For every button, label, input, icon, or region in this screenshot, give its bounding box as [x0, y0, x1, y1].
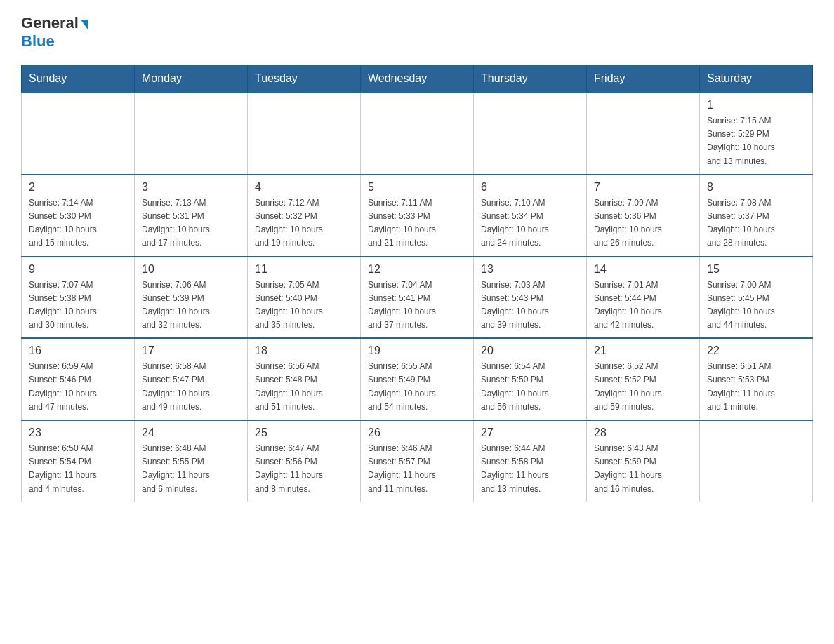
- calendar-cell: 4Sunrise: 7:12 AMSunset: 5:32 PMDaylight…: [248, 175, 361, 257]
- day-number: 12: [368, 263, 466, 276]
- calendar-cell: 7Sunrise: 7:09 AMSunset: 5:36 PMDaylight…: [587, 175, 700, 257]
- day-info: Sunrise: 7:10 AMSunset: 5:34 PMDaylight:…: [481, 196, 579, 250]
- day-info: Sunrise: 7:04 AMSunset: 5:41 PMDaylight:…: [368, 279, 466, 333]
- day-number: 23: [29, 427, 127, 439]
- day-info: Sunrise: 7:00 AMSunset: 5:45 PMDaylight:…: [707, 279, 805, 333]
- day-info: Sunrise: 6:46 AMSunset: 5:57 PMDaylight:…: [368, 442, 466, 496]
- day-info: Sunrise: 6:59 AMSunset: 5:46 PMDaylight:…: [29, 360, 127, 414]
- day-number: 8: [707, 181, 805, 194]
- day-number: 7: [594, 181, 692, 194]
- day-number: 13: [481, 263, 579, 276]
- day-info: Sunrise: 6:51 AMSunset: 5:53 PMDaylight:…: [707, 360, 805, 414]
- day-info: Sunrise: 6:58 AMSunset: 5:47 PMDaylight:…: [142, 360, 240, 414]
- day-of-week-header: Wednesday: [361, 65, 474, 93]
- day-info: Sunrise: 7:07 AMSunset: 5:38 PMDaylight:…: [29, 279, 127, 333]
- day-of-week-header: Monday: [135, 65, 248, 93]
- calendar-cell: 5Sunrise: 7:11 AMSunset: 5:33 PMDaylight…: [361, 175, 474, 257]
- day-info: Sunrise: 6:43 AMSunset: 5:59 PMDaylight:…: [594, 442, 692, 496]
- calendar-cell: 12Sunrise: 7:04 AMSunset: 5:41 PMDayligh…: [361, 257, 474, 339]
- calendar-cell: 16Sunrise: 6:59 AMSunset: 5:46 PMDayligh…: [22, 338, 135, 420]
- day-info: Sunrise: 7:01 AMSunset: 5:44 PMDaylight:…: [594, 279, 692, 333]
- calendar-cell: 14Sunrise: 7:01 AMSunset: 5:44 PMDayligh…: [587, 257, 700, 339]
- calendar-cell: 9Sunrise: 7:07 AMSunset: 5:38 PMDaylight…: [22, 257, 135, 339]
- calendar-cell: 22Sunrise: 6:51 AMSunset: 5:53 PMDayligh…: [700, 338, 813, 420]
- day-number: 15: [707, 263, 805, 276]
- day-info: Sunrise: 6:47 AMSunset: 5:56 PMDaylight:…: [255, 442, 353, 496]
- calendar-cell: 25Sunrise: 6:47 AMSunset: 5:56 PMDayligh…: [248, 420, 361, 502]
- day-info: Sunrise: 6:48 AMSunset: 5:55 PMDaylight:…: [142, 442, 240, 496]
- calendar-cell: [248, 93, 361, 175]
- day-info: Sunrise: 7:13 AMSunset: 5:31 PMDaylight:…: [142, 196, 240, 250]
- calendar-cell: 20Sunrise: 6:54 AMSunset: 5:50 PMDayligh…: [474, 338, 587, 420]
- day-number: 25: [255, 427, 353, 439]
- day-info: Sunrise: 7:12 AMSunset: 5:32 PMDaylight:…: [255, 196, 353, 250]
- calendar-cell: 6Sunrise: 7:10 AMSunset: 5:34 PMDaylight…: [474, 175, 587, 257]
- day-number: 17: [142, 344, 240, 357]
- calendar-cell: 19Sunrise: 6:55 AMSunset: 5:49 PMDayligh…: [361, 338, 474, 420]
- day-info: Sunrise: 7:15 AMSunset: 5:29 PMDaylight:…: [707, 114, 805, 168]
- calendar-cell: [587, 93, 700, 175]
- logo-general-text: General: [21, 14, 79, 32]
- calendar-cell: [474, 93, 587, 175]
- day-of-week-header: Sunday: [22, 65, 135, 93]
- day-number: 5: [368, 181, 466, 194]
- calendar-cell: 1Sunrise: 7:15 AMSunset: 5:29 PMDaylight…: [700, 93, 813, 175]
- day-of-week-header: Thursday: [474, 65, 587, 93]
- day-number: 16: [29, 344, 127, 357]
- day-number: 14: [594, 263, 692, 276]
- day-number: 10: [142, 263, 240, 276]
- day-number: 11: [255, 263, 353, 276]
- day-number: 24: [142, 427, 240, 439]
- calendar-cell: 3Sunrise: 7:13 AMSunset: 5:31 PMDaylight…: [135, 175, 248, 257]
- day-info: Sunrise: 7:03 AMSunset: 5:43 PMDaylight:…: [481, 279, 579, 333]
- day-of-week-header: Tuesday: [248, 65, 361, 93]
- day-of-week-header: Friday: [587, 65, 700, 93]
- calendar-cell: [135, 93, 248, 175]
- calendar-cell: 2Sunrise: 7:14 AMSunset: 5:30 PMDaylight…: [22, 175, 135, 257]
- calendar-cell: 27Sunrise: 6:44 AMSunset: 5:58 PMDayligh…: [474, 420, 587, 502]
- day-info: Sunrise: 6:55 AMSunset: 5:49 PMDaylight:…: [368, 360, 466, 414]
- week-row: 16Sunrise: 6:59 AMSunset: 5:46 PMDayligh…: [22, 338, 813, 420]
- day-number: 20: [481, 344, 579, 357]
- day-info: Sunrise: 7:08 AMSunset: 5:37 PMDaylight:…: [707, 196, 805, 250]
- calendar-cell: 10Sunrise: 7:06 AMSunset: 5:39 PMDayligh…: [135, 257, 248, 339]
- calendar-cell: [361, 93, 474, 175]
- week-row: 23Sunrise: 6:50 AMSunset: 5:54 PMDayligh…: [22, 420, 813, 502]
- day-number: 28: [594, 427, 692, 439]
- day-number: 19: [368, 344, 466, 357]
- day-info: Sunrise: 7:05 AMSunset: 5:40 PMDaylight:…: [255, 279, 353, 333]
- day-number: 26: [368, 427, 466, 439]
- page-header: General Blue: [21, 14, 813, 51]
- logo: General Blue: [21, 14, 88, 51]
- calendar-cell: 28Sunrise: 6:43 AMSunset: 5:59 PMDayligh…: [587, 420, 700, 502]
- day-number: 2: [29, 181, 127, 194]
- day-number: 22: [707, 344, 805, 357]
- day-number: 27: [481, 427, 579, 439]
- calendar-cell: 24Sunrise: 6:48 AMSunset: 5:55 PMDayligh…: [135, 420, 248, 502]
- day-number: 18: [255, 344, 353, 357]
- week-row: 9Sunrise: 7:07 AMSunset: 5:38 PMDaylight…: [22, 257, 813, 339]
- day-info: Sunrise: 6:56 AMSunset: 5:48 PMDaylight:…: [255, 360, 353, 414]
- calendar-cell: [700, 420, 813, 502]
- day-info: Sunrise: 6:52 AMSunset: 5:52 PMDaylight:…: [594, 360, 692, 414]
- day-info: Sunrise: 7:11 AMSunset: 5:33 PMDaylight:…: [368, 196, 466, 250]
- day-number: 21: [594, 344, 692, 357]
- day-number: 4: [255, 181, 353, 194]
- calendar-cell: 8Sunrise: 7:08 AMSunset: 5:37 PMDaylight…: [700, 175, 813, 257]
- calendar-cell: 17Sunrise: 6:58 AMSunset: 5:47 PMDayligh…: [135, 338, 248, 420]
- day-number: 6: [481, 181, 579, 194]
- calendar-cell: [22, 93, 135, 175]
- calendar-cell: 21Sunrise: 6:52 AMSunset: 5:52 PMDayligh…: [587, 338, 700, 420]
- calendar-table: SundayMondayTuesdayWednesdayThursdayFrid…: [21, 65, 813, 502]
- logo-arrow-icon: [81, 20, 88, 29]
- day-number: 3: [142, 181, 240, 194]
- day-info: Sunrise: 6:44 AMSunset: 5:58 PMDaylight:…: [481, 442, 579, 496]
- day-info: Sunrise: 7:14 AMSunset: 5:30 PMDaylight:…: [29, 196, 127, 250]
- day-number: 1: [707, 99, 805, 112]
- day-number: 9: [29, 263, 127, 276]
- day-info: Sunrise: 7:06 AMSunset: 5:39 PMDaylight:…: [142, 279, 240, 333]
- days-of-week-row: SundayMondayTuesdayWednesdayThursdayFrid…: [22, 65, 813, 93]
- calendar-cell: 11Sunrise: 7:05 AMSunset: 5:40 PMDayligh…: [248, 257, 361, 339]
- calendar-cell: 23Sunrise: 6:50 AMSunset: 5:54 PMDayligh…: [22, 420, 135, 502]
- day-info: Sunrise: 7:09 AMSunset: 5:36 PMDaylight:…: [594, 196, 692, 250]
